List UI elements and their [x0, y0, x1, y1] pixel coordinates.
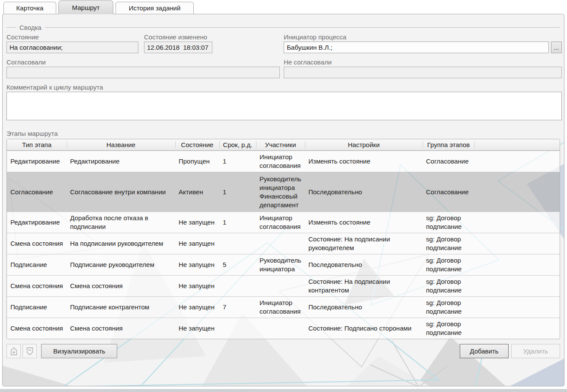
cell-term: 5	[219, 254, 256, 275]
cell-stage-group: sg: Договор подписание	[423, 276, 474, 296]
cell-empty	[474, 233, 560, 254]
column-header-stage-type[interactable]: Тип этапа	[7, 139, 67, 150]
cell-name: Согласование внутри компании	[67, 172, 175, 212]
cell-term: 1	[219, 212, 256, 233]
cell-empty	[474, 212, 560, 233]
tab-bar: Карточка Маршрут История заданий	[3, 0, 194, 14]
column-header-participants[interactable]: Участники	[256, 139, 305, 150]
tab-card[interactable]: Карточка	[3, 2, 56, 14]
cell-term	[219, 233, 256, 254]
route-stages-table: Тип этапа Название Состояние Срок, р.д. …	[6, 139, 560, 339]
cell-empty	[474, 151, 560, 172]
initiator-field[interactable]	[284, 42, 549, 53]
column-header-settings[interactable]: Настройки	[305, 139, 423, 150]
pentagon-down-minus-icon	[25, 347, 35, 356]
cell-stage-group: Согласование	[423, 172, 474, 212]
cell-empty	[474, 276, 560, 296]
column-header-stage-group[interactable]: Группа этапов	[423, 139, 474, 150]
approved-field[interactable]	[6, 67, 280, 78]
cell-stage-type: Смена состояния	[7, 276, 67, 296]
cell-empty	[474, 172, 560, 212]
remove-from-group-button[interactable]	[22, 344, 37, 358]
column-header-name[interactable]: Название	[67, 139, 175, 150]
legend-line-left	[6, 27, 16, 28]
cell-state: Активен	[175, 172, 219, 212]
cell-settings: Изменять состояние	[305, 212, 423, 233]
cell-participants	[256, 276, 305, 296]
cell-name: Подписание руководителем	[67, 254, 175, 275]
summary-groupbox-legend: Сводка	[6, 24, 560, 31]
summary-fields: Состояние Состояние изменено Инициатор п…	[6, 33, 560, 121]
legend-line-right	[45, 27, 560, 28]
table-row[interactable]: Смена состояния Смена состояния Не запущ…	[7, 275, 560, 296]
column-header-state[interactable]: Состояние	[175, 139, 219, 150]
cell-settings: Состояние: Подписано сторонами	[305, 318, 423, 339]
cell-participants: Инициатор согласования	[256, 151, 305, 172]
state-changed-field[interactable]	[144, 42, 212, 53]
route-tab-panel: Сводка Состояние Состояние изменено Иниц…	[2, 14, 564, 386]
cell-settings: Изменять состояние	[305, 151, 423, 172]
tab-card-label: Карточка	[16, 4, 44, 12]
cell-empty	[474, 318, 560, 339]
tab-task-history[interactable]: История заданий	[115, 2, 194, 14]
column-header-term[interactable]: Срок, р.д.	[219, 139, 256, 150]
add-stage-button[interactable]: Добавить	[460, 344, 509, 358]
table-header-row: Тип этапа Название Состояние Срок, р.д. …	[7, 139, 560, 151]
cell-stage-group: sg: Договор подписание	[423, 233, 474, 254]
table-row[interactable]: Подписание Подписание руководителем Не з…	[7, 254, 560, 275]
cell-participants: Руководитель инициатора Финансовый депар…	[256, 172, 305, 212]
cell-empty	[474, 297, 560, 318]
cell-state: Не запущен	[175, 318, 219, 339]
state-field[interactable]	[6, 42, 138, 53]
table-row-selected[interactable]: Согласование Согласование внутри компани…	[7, 172, 560, 212]
cell-stage-group: sg: Договор подписание	[423, 254, 474, 275]
tab-task-history-label: История заданий	[129, 4, 181, 12]
route-cycle-comment-field[interactable]	[6, 92, 562, 120]
cell-state: Пропущен	[175, 151, 219, 172]
tab-route[interactable]: Маршрут	[58, 0, 113, 14]
table-row[interactable]: Подписание Подписание контрагентом Не за…	[7, 296, 560, 318]
cell-state: Не запущен	[175, 212, 219, 233]
cell-state: Не запущен	[175, 254, 219, 275]
table-row[interactable]: Смена состояния На подписании руководите…	[7, 233, 560, 254]
table-row[interactable]: Смена состояния Смена состояния Не запущ…	[7, 318, 560, 339]
cell-stage-type: Редактирование	[7, 212, 67, 233]
cell-name: Редактирование	[67, 151, 175, 172]
cell-stage-type: Согласование	[7, 172, 67, 212]
cell-name: Смена состояния	[67, 318, 175, 339]
initiator-label: Инициатор процесса	[284, 33, 562, 42]
cell-empty	[474, 254, 560, 275]
cell-participants: Инициатор согласования	[256, 297, 305, 318]
state-label: Состояние	[6, 33, 138, 42]
not-approved-label: Не согласовали	[284, 58, 562, 67]
cell-stage-group: sg: Договор подписание	[423, 212, 474, 233]
cell-term	[219, 276, 256, 296]
cell-name: Смена состояния	[67, 276, 175, 296]
initiator-browse-button[interactable]: ...	[551, 42, 562, 53]
cell-stage-type: Смена состояния	[7, 318, 67, 339]
cell-settings: Состояние: На подписании руководителем	[305, 233, 423, 254]
cell-settings: Последовательно	[305, 172, 423, 212]
cell-state: Не запущен	[175, 297, 219, 318]
cell-term: 7	[219, 297, 256, 318]
cell-state: Не запущен	[175, 276, 219, 296]
cell-stage-group: Согласование	[423, 151, 474, 172]
visualize-button[interactable]: Визуализировать	[41, 344, 117, 358]
cell-participants: Руководитель инициатора	[256, 254, 305, 275]
state-changed-label: Состояние изменено	[144, 33, 212, 42]
cell-stage-group: sg: Договор подписание	[423, 318, 474, 339]
cell-term: 1	[219, 172, 256, 212]
cell-participants: Инициатор согласования	[256, 212, 305, 233]
add-to-group-button[interactable]	[6, 344, 21, 358]
cell-participants	[256, 233, 305, 254]
not-approved-field[interactable]	[284, 67, 562, 78]
table-row[interactable]: Редактирование Доработка после отказа в …	[7, 212, 560, 233]
cell-term	[219, 318, 256, 339]
table-row[interactable]: Редактирование Редактирование Пропущен 1…	[7, 151, 560, 172]
delete-stage-button[interactable]: Удалить	[511, 344, 560, 358]
cell-state: Не запущен	[175, 233, 219, 254]
cell-name: Подписание контрагентом	[67, 297, 175, 318]
summary-legend-label: Сводка	[16, 24, 45, 31]
cell-term: 1	[219, 151, 256, 172]
cell-settings: Состояние: На подписании контрагентом	[305, 276, 423, 296]
